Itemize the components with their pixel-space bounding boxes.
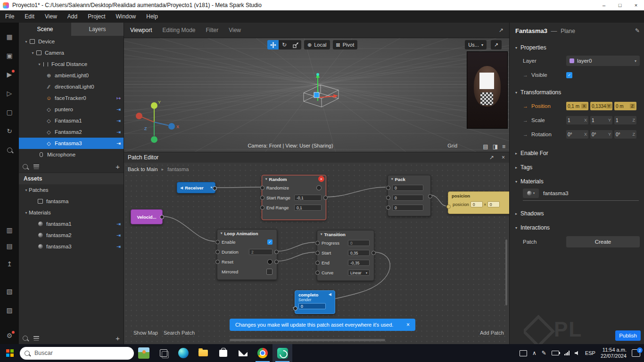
output-port[interactable] [160, 215, 164, 219]
end-field[interactable]: -0,35 [348, 260, 370, 266]
clock[interactable]: 11:54 a.m. 22/07/2024 [601, 347, 627, 359]
maximize-button[interactable]: □ [612, 0, 628, 10]
patch-close-icon[interactable]: × [502, 154, 505, 161]
input-port[interactable] [260, 206, 264, 210]
taskbar-app-chrome[interactable] [253, 344, 272, 362]
horizontal-scrollbar[interactable] [230, 339, 385, 341]
search-patch-button[interactable]: Search Patch [164, 330, 195, 336]
network-icon[interactable] [564, 351, 570, 355]
patch-input-badge[interactable]: ⇥ [116, 118, 121, 124]
expand-icon[interactable]: ▾ [30, 51, 35, 55]
scene-item-device[interactable]: ▾ Device [19, 36, 124, 47]
scene-item-microphone[interactable]: Microphone [19, 149, 124, 160]
position-y-field[interactable]: 0,1334Y [590, 102, 612, 110]
menu-edit[interactable]: Edit [19, 10, 40, 23]
tab-scene[interactable]: Scene [19, 23, 71, 36]
viewport-menu-icon[interactable]: ≡ [502, 143, 505, 150]
menu-file[interactable]: File [0, 10, 19, 23]
pack-field-1[interactable]: 0 [392, 185, 423, 191]
duration-field[interactable]: 2 [249, 249, 272, 255]
publish-button[interactable]: Publish [615, 330, 641, 341]
mirrored-checkbox[interactable] [266, 269, 272, 275]
pen-icon[interactable]: ✎ [542, 350, 546, 356]
patch-input-badge[interactable]: ⇥ [116, 129, 121, 135]
patch-node-pack[interactable]: ▾Pack 0 0 0 [388, 175, 431, 216]
taskbar-app-explorer[interactable] [193, 344, 213, 362]
start-range-field[interactable]: -0,1 [294, 195, 322, 201]
input-port[interactable] [215, 260, 220, 264]
output-port[interactable] [428, 194, 432, 198]
expand-icon[interactable]: ▾ [37, 62, 42, 66]
user-view-dropdown[interactable]: Us... ▾ [465, 40, 487, 49]
collapse-icon[interactable]: ▾ [265, 177, 267, 181]
material-dropdown[interactable]: ▾ [523, 189, 539, 198]
menu-project[interactable]: Project [83, 10, 110, 23]
taskbar-app-photos[interactable] [134, 344, 154, 362]
scene-item-focal-distance[interactable]: ▾ Focal Distance [19, 58, 124, 70]
scene-item-fantasma2[interactable]: ◇ Fantasma2 ⇥ [19, 126, 124, 138]
input-port[interactable] [386, 196, 390, 200]
asset-item-material2[interactable]: fantasma2 ⇥ [19, 230, 124, 241]
pulse-button[interactable] [316, 185, 322, 190]
section-interactions[interactable]: ▾ Interactions [510, 221, 644, 235]
scale-y-field[interactable]: 1Y [590, 116, 612, 124]
camera-external-icon[interactable]: ↗ [491, 40, 502, 49]
taskbar-app-meta-spark[interactable] [272, 344, 292, 362]
expand-icon[interactable]: ▾ [24, 40, 29, 44]
tab-view[interactable]: View [229, 27, 241, 33]
settings-icon[interactable]: ⚙ [4, 330, 15, 341]
node-close-button[interactable]: × [318, 176, 324, 182]
output-port[interactable] [274, 250, 279, 254]
layer-dropdown[interactable]: layer0 ▾ [566, 56, 640, 66]
scene-item-directionallight[interactable]: ∕∕ directionalLight0 [19, 81, 124, 92]
patch-node-sender[interactable]: completo Sender ◀ 0 [295, 290, 335, 314]
input-port[interactable] [215, 250, 220, 254]
position-z-field[interactable]: 0 mZ [614, 102, 636, 110]
scale-z-field[interactable]: 1Z [614, 116, 636, 124]
rotate-tool-button[interactable]: ↻ [279, 40, 290, 49]
input-port[interactable] [446, 205, 451, 209]
test-icon[interactable]: ▧ [4, 286, 15, 297]
collapse-icon[interactable]: ▾ [221, 231, 223, 235]
patch-external-icon[interactable]: ↗ [489, 154, 494, 161]
enable-checkbox[interactable]: ✓ [267, 239, 272, 245]
export-icon[interactable]: ▥ [4, 224, 15, 236]
asset-item-material3[interactable]: fantasma3 ⇥ [19, 241, 124, 252]
scene-item-ambientlight[interactable]: ⊕ ambientLight0 [19, 70, 124, 81]
stop-icon[interactable]: ▢ [4, 107, 15, 118]
section-properties[interactable]: ▾ Properties [510, 41, 644, 55]
patch-node-velocidad[interactable]: Velocid... [131, 209, 163, 224]
section-shadows[interactable]: ▸ Shadows [510, 206, 644, 221]
rotation-y-field[interactable]: 0°Y [590, 130, 612, 139]
edit-wand-icon[interactable]: ✎ [635, 27, 640, 34]
collapse-icon[interactable]: ▾ [391, 177, 393, 181]
camera-preview[interactable] [467, 51, 508, 129]
taskbar-search[interactable] [20, 347, 134, 360]
run-on-device-icon[interactable]: ▷ [4, 88, 15, 99]
tray-expand-icon[interactable]: ∧ [532, 350, 537, 356]
close-button[interactable]: × [628, 0, 644, 10]
scale-x-field[interactable]: 1X [566, 116, 588, 124]
collapse-icon[interactable]: ▾ [321, 232, 322, 236]
taskbar-app-mail[interactable] [233, 344, 253, 362]
patch-node-receiver[interactable]: ◀ Receiver ▾ [177, 182, 215, 193]
filter-icon[interactable] [33, 336, 39, 340]
keyframe-arrow-icon[interactable]: → [523, 72, 528, 78]
patch-input-badge[interactable]: ⇥ [116, 232, 121, 239]
section-materials[interactable]: ▾ Materials [510, 174, 644, 189]
notification-center-icon[interactable]: 2 [632, 349, 640, 357]
output-port[interactable] [372, 251, 376, 255]
pack-field-2[interactable]: 0 [392, 195, 423, 201]
material-name[interactable]: fantasma3 [543, 190, 569, 196]
patch-input-badge[interactable]: ⇥ [116, 244, 121, 250]
minimize-button[interactable]: – [596, 0, 612, 10]
pack-field-3[interactable]: 0 [392, 205, 423, 211]
input-port[interactable] [386, 206, 390, 210]
asset-item-material1[interactable]: fantasma1 ⇥ [19, 218, 124, 230]
create-patch-button[interactable]: Create [566, 236, 640, 247]
upload-icon[interactable]: ↥ [4, 258, 15, 270]
patch-input-badge[interactable]: ⇥ [116, 140, 121, 147]
expand-icon[interactable]: ▾ [24, 188, 29, 192]
taskbar-app-edge[interactable] [173, 344, 193, 362]
assets-group-patches[interactable]: ▾ Patches [19, 184, 124, 196]
